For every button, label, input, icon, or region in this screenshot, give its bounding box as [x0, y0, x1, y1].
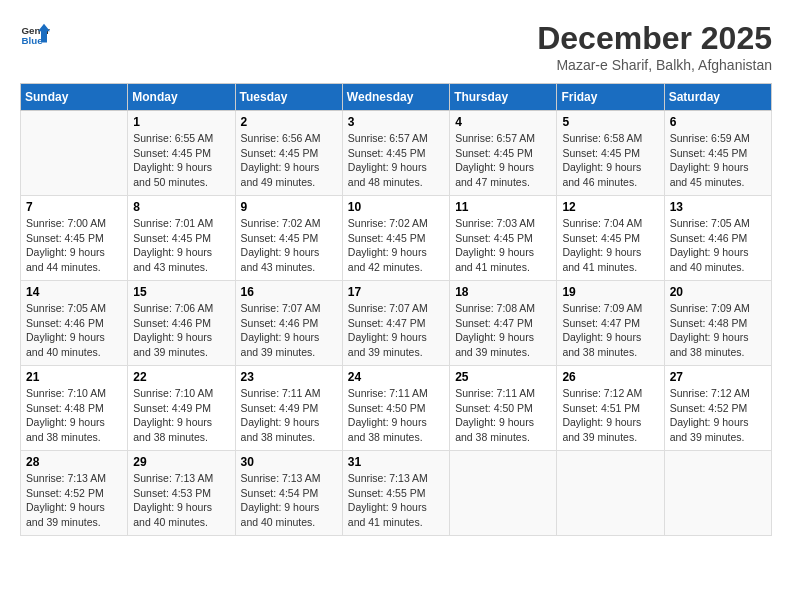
calendar-header-row: SundayMondayTuesdayWednesdayThursdayFrid…	[21, 84, 772, 111]
day-number: 1	[133, 115, 229, 129]
calendar-cell: 11Sunrise: 7:03 AM Sunset: 4:45 PM Dayli…	[450, 196, 557, 281]
day-number: 23	[241, 370, 337, 384]
day-number: 9	[241, 200, 337, 214]
calendar-cell: 17Sunrise: 7:07 AM Sunset: 4:47 PM Dayli…	[342, 281, 449, 366]
day-number: 15	[133, 285, 229, 299]
calendar-cell: 15Sunrise: 7:06 AM Sunset: 4:46 PM Dayli…	[128, 281, 235, 366]
day-content: Sunrise: 6:59 AM Sunset: 4:45 PM Dayligh…	[670, 131, 766, 190]
calendar-cell	[664, 451, 771, 536]
day-content: Sunrise: 7:13 AM Sunset: 4:55 PM Dayligh…	[348, 471, 444, 530]
day-content: Sunrise: 7:13 AM Sunset: 4:52 PM Dayligh…	[26, 471, 122, 530]
day-number: 26	[562, 370, 658, 384]
calendar-cell: 2Sunrise: 6:56 AM Sunset: 4:45 PM Daylig…	[235, 111, 342, 196]
day-content: Sunrise: 6:57 AM Sunset: 4:45 PM Dayligh…	[348, 131, 444, 190]
day-content: Sunrise: 7:04 AM Sunset: 4:45 PM Dayligh…	[562, 216, 658, 275]
logo: General Blue	[20, 20, 50, 50]
calendar-cell: 18Sunrise: 7:08 AM Sunset: 4:47 PM Dayli…	[450, 281, 557, 366]
day-number: 10	[348, 200, 444, 214]
logo-icon: General Blue	[20, 20, 50, 50]
calendar-cell: 13Sunrise: 7:05 AM Sunset: 4:46 PM Dayli…	[664, 196, 771, 281]
day-content: Sunrise: 7:07 AM Sunset: 4:47 PM Dayligh…	[348, 301, 444, 360]
calendar-cell	[21, 111, 128, 196]
calendar-week-row: 14Sunrise: 7:05 AM Sunset: 4:46 PM Dayli…	[21, 281, 772, 366]
day-number: 3	[348, 115, 444, 129]
day-number: 27	[670, 370, 766, 384]
calendar-cell: 4Sunrise: 6:57 AM Sunset: 4:45 PM Daylig…	[450, 111, 557, 196]
header-day-thursday: Thursday	[450, 84, 557, 111]
day-number: 25	[455, 370, 551, 384]
calendar-week-row: 1Sunrise: 6:55 AM Sunset: 4:45 PM Daylig…	[21, 111, 772, 196]
day-content: Sunrise: 7:12 AM Sunset: 4:52 PM Dayligh…	[670, 386, 766, 445]
header-day-sunday: Sunday	[21, 84, 128, 111]
calendar-cell: 7Sunrise: 7:00 AM Sunset: 4:45 PM Daylig…	[21, 196, 128, 281]
calendar-cell: 23Sunrise: 7:11 AM Sunset: 4:49 PM Dayli…	[235, 366, 342, 451]
header-day-friday: Friday	[557, 84, 664, 111]
calendar-cell: 31Sunrise: 7:13 AM Sunset: 4:55 PM Dayli…	[342, 451, 449, 536]
day-content: Sunrise: 7:05 AM Sunset: 4:46 PM Dayligh…	[26, 301, 122, 360]
month-title: December 2025	[537, 20, 772, 57]
day-number: 29	[133, 455, 229, 469]
calendar-week-row: 7Sunrise: 7:00 AM Sunset: 4:45 PM Daylig…	[21, 196, 772, 281]
day-content: Sunrise: 7:00 AM Sunset: 4:45 PM Dayligh…	[26, 216, 122, 275]
day-content: Sunrise: 7:11 AM Sunset: 4:49 PM Dayligh…	[241, 386, 337, 445]
calendar-cell: 8Sunrise: 7:01 AM Sunset: 4:45 PM Daylig…	[128, 196, 235, 281]
day-content: Sunrise: 7:12 AM Sunset: 4:51 PM Dayligh…	[562, 386, 658, 445]
calendar-cell: 27Sunrise: 7:12 AM Sunset: 4:52 PM Dayli…	[664, 366, 771, 451]
day-content: Sunrise: 6:57 AM Sunset: 4:45 PM Dayligh…	[455, 131, 551, 190]
calendar-table: SundayMondayTuesdayWednesdayThursdayFrid…	[20, 83, 772, 536]
calendar-cell: 20Sunrise: 7:09 AM Sunset: 4:48 PM Dayli…	[664, 281, 771, 366]
calendar-cell: 12Sunrise: 7:04 AM Sunset: 4:45 PM Dayli…	[557, 196, 664, 281]
svg-text:Blue: Blue	[22, 35, 44, 46]
day-content: Sunrise: 7:02 AM Sunset: 4:45 PM Dayligh…	[241, 216, 337, 275]
page-header: General Blue December 2025 Mazar-e Shari…	[20, 20, 772, 73]
day-content: Sunrise: 7:08 AM Sunset: 4:47 PM Dayligh…	[455, 301, 551, 360]
title-area: December 2025 Mazar-e Sharif, Balkh, Afg…	[537, 20, 772, 73]
day-number: 31	[348, 455, 444, 469]
day-content: Sunrise: 7:07 AM Sunset: 4:46 PM Dayligh…	[241, 301, 337, 360]
calendar-cell: 25Sunrise: 7:11 AM Sunset: 4:50 PM Dayli…	[450, 366, 557, 451]
day-content: Sunrise: 7:09 AM Sunset: 4:48 PM Dayligh…	[670, 301, 766, 360]
day-content: Sunrise: 6:55 AM Sunset: 4:45 PM Dayligh…	[133, 131, 229, 190]
day-content: Sunrise: 7:03 AM Sunset: 4:45 PM Dayligh…	[455, 216, 551, 275]
day-number: 12	[562, 200, 658, 214]
day-content: Sunrise: 6:56 AM Sunset: 4:45 PM Dayligh…	[241, 131, 337, 190]
day-number: 14	[26, 285, 122, 299]
day-number: 22	[133, 370, 229, 384]
day-content: Sunrise: 7:05 AM Sunset: 4:46 PM Dayligh…	[670, 216, 766, 275]
calendar-cell: 22Sunrise: 7:10 AM Sunset: 4:49 PM Dayli…	[128, 366, 235, 451]
day-content: Sunrise: 7:11 AM Sunset: 4:50 PM Dayligh…	[455, 386, 551, 445]
day-number: 18	[455, 285, 551, 299]
calendar-cell: 1Sunrise: 6:55 AM Sunset: 4:45 PM Daylig…	[128, 111, 235, 196]
day-content: Sunrise: 7:02 AM Sunset: 4:45 PM Dayligh…	[348, 216, 444, 275]
calendar-cell: 3Sunrise: 6:57 AM Sunset: 4:45 PM Daylig…	[342, 111, 449, 196]
day-content: Sunrise: 7:09 AM Sunset: 4:47 PM Dayligh…	[562, 301, 658, 360]
day-number: 8	[133, 200, 229, 214]
day-content: Sunrise: 7:01 AM Sunset: 4:45 PM Dayligh…	[133, 216, 229, 275]
day-number: 7	[26, 200, 122, 214]
calendar-cell	[450, 451, 557, 536]
header-day-saturday: Saturday	[664, 84, 771, 111]
day-content: Sunrise: 7:11 AM Sunset: 4:50 PM Dayligh…	[348, 386, 444, 445]
location-subtitle: Mazar-e Sharif, Balkh, Afghanistan	[537, 57, 772, 73]
day-number: 5	[562, 115, 658, 129]
day-content: Sunrise: 7:13 AM Sunset: 4:54 PM Dayligh…	[241, 471, 337, 530]
day-number: 21	[26, 370, 122, 384]
day-number: 17	[348, 285, 444, 299]
calendar-cell: 14Sunrise: 7:05 AM Sunset: 4:46 PM Dayli…	[21, 281, 128, 366]
day-content: Sunrise: 7:10 AM Sunset: 4:48 PM Dayligh…	[26, 386, 122, 445]
calendar-cell: 29Sunrise: 7:13 AM Sunset: 4:53 PM Dayli…	[128, 451, 235, 536]
calendar-cell: 26Sunrise: 7:12 AM Sunset: 4:51 PM Dayli…	[557, 366, 664, 451]
day-number: 19	[562, 285, 658, 299]
day-number: 2	[241, 115, 337, 129]
header-day-monday: Monday	[128, 84, 235, 111]
day-content: Sunrise: 6:58 AM Sunset: 4:45 PM Dayligh…	[562, 131, 658, 190]
calendar-cell: 30Sunrise: 7:13 AM Sunset: 4:54 PM Dayli…	[235, 451, 342, 536]
day-number: 13	[670, 200, 766, 214]
day-content: Sunrise: 7:13 AM Sunset: 4:53 PM Dayligh…	[133, 471, 229, 530]
calendar-cell: 21Sunrise: 7:10 AM Sunset: 4:48 PM Dayli…	[21, 366, 128, 451]
calendar-cell	[557, 451, 664, 536]
header-day-tuesday: Tuesday	[235, 84, 342, 111]
calendar-cell: 16Sunrise: 7:07 AM Sunset: 4:46 PM Dayli…	[235, 281, 342, 366]
day-content: Sunrise: 7:06 AM Sunset: 4:46 PM Dayligh…	[133, 301, 229, 360]
day-number: 24	[348, 370, 444, 384]
